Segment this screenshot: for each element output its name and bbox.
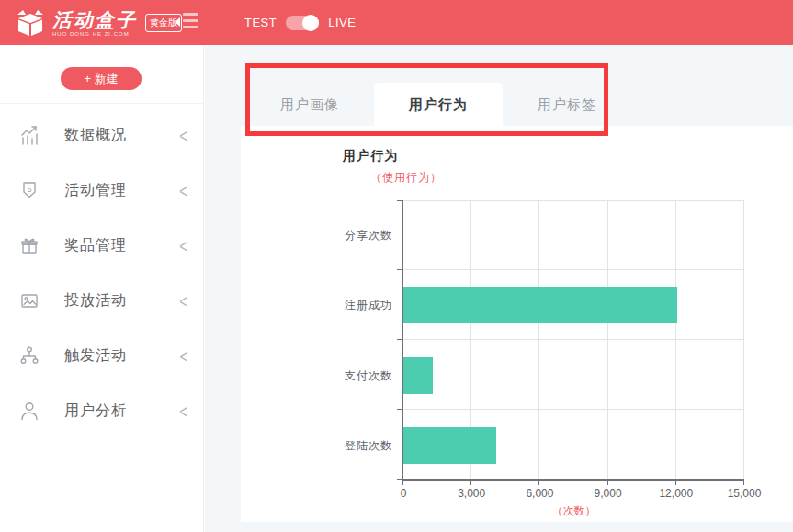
placement-image-icon bbox=[19, 290, 40, 311]
user-person-icon bbox=[19, 401, 40, 421]
x-axis-tick bbox=[675, 481, 676, 485]
x-tick-label: 0 bbox=[401, 487, 407, 500]
sidebar-item-6[interactable]: 用户分析< bbox=[0, 383, 204, 438]
y-axis-tick bbox=[397, 479, 402, 480]
x-axis-tick bbox=[743, 481, 744, 485]
sidebar-item-1[interactable]: 数据概况< bbox=[0, 108, 204, 163]
chart-title: 用户行为 bbox=[343, 148, 398, 164]
sidebar-item-label: 数据概况 bbox=[64, 126, 127, 145]
trigger-flow-icon bbox=[19, 345, 40, 366]
x-tick-label: 15,000 bbox=[728, 487, 762, 500]
x-axis-tick bbox=[402, 481, 403, 485]
category-label: 注册成功 bbox=[245, 270, 392, 340]
chevron-collapsed-icon[interactable]: < bbox=[179, 400, 187, 422]
sidebar-menu: 数据概况<5活动管理<奖品管理<投放活动<触发活动<用户分析< bbox=[0, 108, 204, 438]
bar-chart-plot: （次数） 03,0006,0009,00012,00015,000分享次数注册成… bbox=[402, 200, 744, 481]
chevron-collapsed-icon[interactable]: < bbox=[179, 345, 187, 367]
logo-box-icon bbox=[15, 8, 46, 38]
svg-text:5: 5 bbox=[27, 185, 31, 194]
sidebar-collapse-icon[interactable] bbox=[175, 13, 200, 31]
sidebar-item-5[interactable]: 触发活动< bbox=[0, 328, 204, 383]
sidebar-item-label: 活动管理 bbox=[64, 181, 127, 200]
x-tick-label: 12,000 bbox=[659, 487, 693, 500]
sidebar-divider bbox=[0, 103, 204, 104]
env-live-label: LIVE bbox=[328, 16, 356, 29]
bar-注册成功 bbox=[403, 287, 677, 323]
sidebar-item-3[interactable]: 奖品管理< bbox=[0, 218, 204, 273]
sidebar-item-2[interactable]: 5活动管理< bbox=[0, 163, 204, 218]
y-axis-tick bbox=[397, 269, 402, 270]
brand-name: 活动盒子 bbox=[52, 10, 137, 29]
y-axis-tick bbox=[397, 339, 402, 340]
toggle-knob bbox=[302, 15, 319, 31]
x-axis-tick bbox=[538, 481, 539, 485]
app-window: 活动盒子 HUO DONG HE ZI.COM 黄金版 TEST LIVE + … bbox=[0, 0, 793, 532]
data-overview-chart-icon bbox=[19, 125, 40, 145]
prize-gift-icon bbox=[19, 235, 40, 255]
chevron-collapsed-icon[interactable]: < bbox=[179, 234, 187, 256]
sidebar-item-4[interactable]: 投放活动< bbox=[0, 273, 204, 328]
sidebar: + 新建 数据概况<5活动管理<奖品管理<投放活动<触发活动<用户分析< bbox=[0, 45, 204, 532]
category-label: 支付次数 bbox=[245, 341, 392, 411]
chart-subtitle: （使用行为） bbox=[370, 170, 442, 186]
horizontal-gridline bbox=[403, 339, 744, 340]
main-content: 用户画像用户行为用户标签 用户行为 （使用行为） （次数） 03,0006,00… bbox=[205, 45, 793, 532]
sidebar-item-label: 投放活动 bbox=[64, 291, 127, 311]
sidebar-item-label: 触发活动 bbox=[64, 346, 127, 366]
x-axis-name: （次数） bbox=[552, 504, 596, 519]
x-axis-tick bbox=[607, 481, 608, 485]
category-label: 登陆次数 bbox=[245, 411, 392, 481]
chevron-collapsed-icon[interactable]: < bbox=[179, 179, 187, 201]
top-header-bar: 活动盒子 HUO DONG HE ZI.COM 黄金版 TEST LIVE bbox=[0, 0, 793, 45]
bar-支付次数 bbox=[403, 357, 433, 394]
tab-2-active[interactable]: 用户行为 bbox=[374, 83, 503, 126]
brand-domain: HUO DONG HE ZI.COM bbox=[52, 31, 137, 37]
chevron-collapsed-icon[interactable]: < bbox=[179, 289, 187, 311]
env-toggle[interactable] bbox=[286, 16, 319, 30]
x-tick-label: 3,000 bbox=[458, 487, 485, 500]
env-test-label: TEST bbox=[244, 16, 277, 29]
new-create-button[interactable]: + 新建 bbox=[61, 67, 142, 90]
brand-logo[interactable]: 活动盒子 HUO DONG HE ZI.COM 黄金版 bbox=[15, 6, 182, 40]
y-axis-tick bbox=[397, 200, 402, 201]
content-card: 用户行为 （使用行为） （次数） 03,0006,0009,00012,0001… bbox=[241, 126, 793, 522]
sidebar-item-label: 用户分析 bbox=[64, 402, 127, 421]
tab-3[interactable]: 用户标签 bbox=[503, 83, 631, 126]
y-axis-tick bbox=[397, 409, 402, 410]
category-label: 分享次数 bbox=[245, 200, 392, 270]
environment-switch-group: TEST LIVE bbox=[244, 0, 356, 45]
horizontal-gridline bbox=[403, 409, 744, 410]
x-tick-label: 9,000 bbox=[595, 487, 622, 500]
tab-1[interactable]: 用户画像 bbox=[245, 83, 374, 126]
bar-登陆次数 bbox=[403, 427, 496, 464]
sidebar-item-label: 奖品管理 bbox=[64, 236, 127, 255]
activity-shield-icon: 5 bbox=[19, 180, 40, 200]
x-axis-tick bbox=[470, 481, 471, 485]
horizontal-gridline bbox=[403, 200, 744, 201]
horizontal-gridline bbox=[403, 269, 744, 270]
chevron-collapsed-icon[interactable]: < bbox=[179, 124, 187, 146]
tab-strip: 用户画像用户行为用户标签 bbox=[205, 45, 793, 126]
x-tick-label: 6,000 bbox=[526, 487, 553, 500]
